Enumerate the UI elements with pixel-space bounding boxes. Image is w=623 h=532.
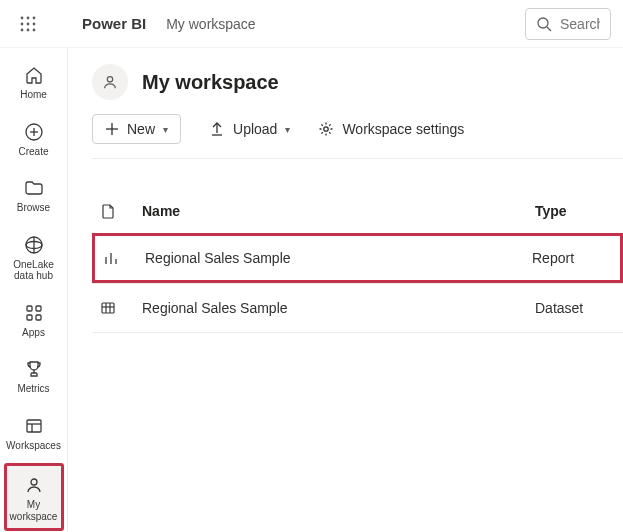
svg-rect-19 [36, 315, 41, 320]
toolbar: New ▾ Upload ▾ Workspace settings [92, 114, 623, 159]
list-header: Name Type [92, 189, 623, 233]
waffle-icon [20, 16, 36, 32]
plus-icon [105, 122, 119, 136]
app-launcher-button[interactable] [12, 8, 44, 40]
nav-label: Browse [17, 202, 50, 214]
row-name: Regional Sales Sample [142, 300, 535, 316]
svg-point-3 [21, 22, 24, 25]
svg-rect-18 [27, 315, 32, 320]
svg-line-10 [547, 27, 551, 31]
file-icon [100, 203, 116, 219]
dataset-icon [100, 300, 116, 316]
person-icon [101, 73, 119, 91]
chevron-down-icon: ▾ [163, 124, 168, 135]
svg-rect-17 [36, 306, 41, 311]
content-area: My workspace New ▾ Upload ▾ Workspace se… [68, 48, 623, 532]
folder-icon [24, 178, 44, 198]
nav-item-workspaces[interactable]: Workspaces [4, 407, 64, 458]
onelake-icon [24, 235, 44, 255]
svg-point-6 [21, 28, 24, 31]
search-input[interactable] [560, 16, 600, 32]
settings-label: Workspace settings [342, 121, 464, 137]
svg-point-24 [107, 77, 112, 82]
report-icon [103, 250, 119, 266]
breadcrumb[interactable]: My workspace [166, 16, 255, 32]
nav-item-create[interactable]: Create [4, 113, 64, 164]
new-button[interactable]: New ▾ [92, 114, 181, 144]
svg-rect-16 [27, 306, 32, 311]
nav-label: Metrics [17, 383, 49, 395]
svg-rect-31 [102, 303, 114, 313]
nav-item-apps[interactable]: Apps [4, 294, 64, 345]
svg-rect-20 [27, 420, 41, 432]
svg-point-1 [27, 16, 30, 19]
row-name: Regional Sales Sample [145, 250, 532, 266]
column-type[interactable]: Type [535, 203, 615, 219]
svg-point-9 [538, 18, 548, 28]
nav-item-metrics[interactable]: Metrics [4, 350, 64, 401]
gear-icon [318, 121, 334, 137]
nav-label: Create [18, 146, 48, 158]
column-icon[interactable] [100, 203, 142, 219]
svg-point-23 [31, 479, 37, 485]
nav-label: Apps [22, 327, 45, 339]
nav-item-onelake[interactable]: OneLake data hub [4, 226, 64, 288]
upload-icon [209, 121, 225, 137]
workspace-header: My workspace [92, 64, 623, 114]
workspace-settings-button[interactable]: Workspace settings [318, 121, 464, 137]
svg-point-2 [33, 16, 36, 19]
content-list: Name Type Regional Sales Sample Report R… [92, 159, 623, 333]
nav-label: Workspaces [6, 440, 61, 452]
chevron-down-icon: ▾ [285, 124, 290, 135]
svg-point-8 [33, 28, 36, 31]
svg-point-0 [21, 16, 24, 19]
search-icon [536, 16, 552, 32]
list-row[interactable]: Regional Sales Sample Report [92, 233, 623, 283]
nav-label: OneLake data hub [4, 259, 64, 282]
new-label: New [127, 121, 155, 137]
top-bar: Power BI My workspace [0, 0, 623, 48]
list-row[interactable]: Regional Sales Sample Dataset [92, 283, 623, 333]
svg-point-5 [33, 22, 36, 25]
upload-button[interactable]: Upload ▾ [209, 121, 290, 137]
home-icon [24, 65, 44, 85]
row-type: Dataset [535, 300, 615, 316]
svg-point-7 [27, 28, 30, 31]
person-icon [24, 475, 44, 495]
nav-item-home[interactable]: Home [4, 56, 64, 107]
nav-label: Home [20, 89, 47, 101]
column-name[interactable]: Name [142, 203, 535, 219]
workspaces-icon [24, 416, 44, 436]
nav-item-browse[interactable]: Browse [4, 169, 64, 220]
nav-rail: Home Create Browse OneLake data hub Apps… [0, 48, 68, 532]
svg-point-27 [324, 127, 328, 131]
nav-item-my-workspace[interactable]: My workspace [4, 463, 64, 531]
workspace-avatar [92, 64, 128, 100]
apps-icon [24, 303, 44, 323]
plus-circle-icon [24, 122, 44, 142]
page-title: My workspace [142, 71, 279, 94]
search-box[interactable] [525, 8, 611, 40]
brand-label: Power BI [82, 15, 146, 32]
svg-point-4 [27, 22, 30, 25]
row-type: Report [532, 250, 612, 266]
trophy-icon [24, 359, 44, 379]
nav-label: My workspace [7, 499, 61, 522]
upload-label: Upload [233, 121, 277, 137]
